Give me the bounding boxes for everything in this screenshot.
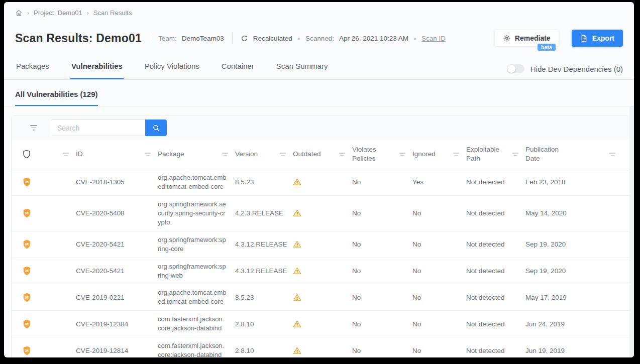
outdated-warning-icon [293,258,352,284]
svg-text:M: M [25,180,29,185]
cell-violates-policies: No [352,311,412,337]
cell-exploitable-path: Not detected [466,284,525,310]
cell-exploitable-path: Not detected [466,196,525,231]
cell-ignored: No [412,284,466,310]
table-row[interactable]: MCVE-2019-12384com.fasterxml.jackson.cor… [12,311,629,337]
cell-ignored: No [412,231,466,258]
cell-id: CVE-2020-5421 [76,231,158,258]
severity-medium-icon: M [12,258,76,284]
filter-list-icon[interactable] [30,125,37,131]
table-row[interactable]: MCVE-2018-1305org.apache.tomcat.embed:to… [12,169,629,196]
severity-medium-icon: M [12,337,76,357]
remediate-label: Remediate [515,34,551,42]
column-header-outdated: Outdated [293,140,352,169]
breadcrumb-project[interactable]: Project: Demo01 [34,9,82,17]
dot-separator: ● [413,36,416,41]
severity-medium-icon: M [12,311,76,337]
column-filter-icon[interactable] [222,153,228,156]
tab-bar: PackagesVulnerabilitiesPolicy Violations… [4,60,634,80]
breadcrumb: › Project: Demo01 › Scan Results [4,2,634,17]
search-button[interactable] [145,119,167,136]
scrollbar[interactable] [629,106,634,357]
table-row[interactable]: MCVE-2019-0221org.apache.tomcat.embed:to… [12,284,629,311]
table-row[interactable]: MCVE-2019-12814com.fasterxml.jackson.cor… [12,337,629,357]
hide-dev-dependencies-toggle[interactable] [507,64,524,73]
cell-version: 4.3.12.RELEASE [235,231,293,258]
severity-medium-icon: M [12,169,76,195]
svg-text:M: M [25,295,29,300]
column-filter-icon[interactable] [399,153,405,156]
column-label: Package [158,150,184,159]
cell-package: org.springframework.security:spring-secu… [158,196,235,231]
column-header-id: ID [76,140,158,169]
remediate-button[interactable]: Remediate beta [495,30,559,46]
cell-violates-policies: No [352,337,412,357]
cell-violates-policies: No [352,284,412,310]
export-label: Export [592,34,614,42]
cell-ignored: No [412,311,466,337]
column-label: Violates Policies [352,145,397,163]
table-row[interactable]: MCVE-2020-5408org.springframework.securi… [12,196,629,231]
tab-scan-summary[interactable]: Scan Summary [275,60,329,79]
column-filter-icon[interactable] [453,153,459,156]
column-header-violates-policies: Violates Policies [352,140,412,169]
cell-id: CVE-2019-0221 [76,284,158,310]
table-toolbar [12,116,629,140]
export-icon [580,35,588,42]
home-icon[interactable] [15,9,23,17]
cell-id: CVE-2019-12384 [76,311,158,337]
cell-publication-date: Sep 19, 2020 [525,258,629,284]
scan-id-link[interactable]: Scan ID [421,35,446,42]
breadcrumb-scan-results[interactable]: Scan Results [93,9,132,17]
cell-exploitable-path: Not detected [466,258,525,284]
divider [150,33,150,44]
column-filter-icon[interactable] [512,153,518,156]
outdated-warning-icon [293,311,352,337]
column-filter-icon[interactable] [339,153,345,156]
team-value: DemoTeam03 [182,35,224,42]
cell-ignored: Yes [412,169,466,195]
cell-package: com.fasterxml.jackson.core:jackson-datab… [158,337,235,357]
cell-id: CVE-2018-1305 [76,169,158,195]
column-filter-icon[interactable] [280,153,286,156]
cell-violates-policies: No [352,169,412,195]
cell-publication-date: Jun 19, 2019 [525,337,629,357]
tab-container[interactable]: Container [221,60,255,79]
svg-text:M: M [25,242,29,247]
cell-ignored: No [412,196,466,231]
column-header-ignored: Ignored [412,140,466,169]
cell-publication-date: May 17, 2019 [525,284,629,310]
tab-all-vulnerabilities[interactable]: All Vulnerabilities (129) [15,90,98,106]
tab-policy-violations[interactable]: Policy Violations [144,60,200,79]
dot-separator: ● [297,36,300,41]
recalculated-label: Recalculated [253,35,292,42]
tab-vulnerabilities[interactable]: Vulnerabilities [70,60,124,79]
table-row[interactable]: MCVE-2020-5421org.springframework:spring… [12,231,629,258]
column-filter-icon[interactable] [63,153,69,156]
cell-version: 2.8.10 [235,311,293,337]
cell-id: CVE-2019-12814 [76,337,158,357]
table-header-row: IDPackageVersionOutdatedViolates Policie… [12,140,629,169]
table-row[interactable]: MCVE-2020-5421org.springframework:spring… [12,258,629,285]
column-filter-icon[interactable] [145,153,151,156]
cell-ignored: No [412,337,466,357]
beta-badge: beta [538,44,556,51]
svg-text:M: M [25,269,29,273]
scanned-label: Scanned: [305,35,334,42]
column-filter-icon[interactable] [609,153,615,156]
cell-exploitable-path: Not detected [466,311,525,337]
breadcrumb-separator: › [27,10,29,17]
svg-text:M: M [25,211,29,216]
cell-version: 8.5.23 [235,169,293,195]
outdated-warning-icon [293,231,352,258]
search-icon [152,124,160,132]
column-header-publication-date: Publication Date [525,140,629,169]
cell-id: CVE-2020-5408 [76,196,158,231]
cell-exploitable-path: Not detected [466,337,525,357]
search-input[interactable] [51,119,145,136]
cell-package: org.apache.tomcat.embed:tomcat-embed-cor… [158,284,235,310]
tab-packages[interactable]: Packages [15,60,50,79]
column-header-package: Package [158,140,235,169]
export-button[interactable]: Export [572,30,623,47]
cell-id: CVE-2020-5421 [76,258,158,284]
